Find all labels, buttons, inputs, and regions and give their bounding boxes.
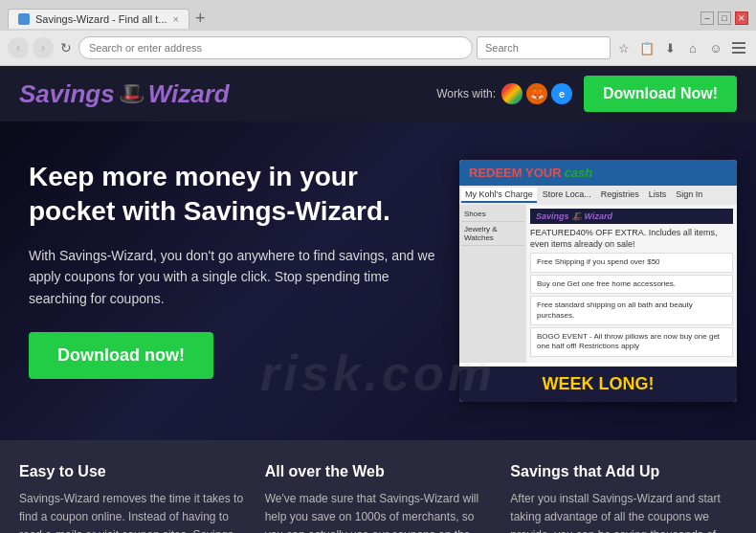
- minimize-button[interactable]: –: [700, 11, 714, 25]
- savings-logo-small: Savings 🎩 Wizard: [530, 209, 733, 224]
- search-bar[interactable]: [477, 36, 611, 59]
- hero-text: Keep more money in your pocket with Savi…: [29, 160, 440, 379]
- home-icon[interactable]: ⌂: [683, 38, 702, 57]
- logo: Savings 🎩 Wizard: [19, 79, 230, 109]
- refresh-button[interactable]: ↻: [57, 39, 75, 56]
- feature-desc-2: After you install Savings-Wizard and sta…: [510, 490, 737, 533]
- chrome-icon: [501, 83, 523, 104]
- browser-tab[interactable]: Savings-Wizard - Find all t... ×: [8, 9, 189, 29]
- download-icon: ⬇: [660, 38, 679, 57]
- menu-button[interactable]: [729, 38, 748, 57]
- feature-title-1: All over the Web: [265, 463, 492, 480]
- star-icon[interactable]: ☆: [614, 38, 634, 57]
- new-tab-button[interactable]: +: [189, 9, 211, 29]
- reading-icon[interactable]: 📋: [637, 38, 656, 57]
- redeem-text: REDEEM YOUR: [469, 166, 562, 180]
- title-bar: Savings-Wizard - Find all t... × + – □ ✕: [0, 0, 756, 31]
- featured-text: FEATURED40% OFF EXTRA. Includes all item…: [530, 228, 733, 250]
- logo-savings-text: Savings: [19, 79, 115, 109]
- offer-item-1: Free Shipping if you spend over $50: [530, 253, 733, 272]
- nav-bar: ‹ › ↻ ☆ 📋 ⬇ ⌂ ☺: [0, 31, 756, 65]
- cash-text: cash: [565, 166, 593, 180]
- feature-title-2: Savings that Add Up: [510, 463, 737, 480]
- hero-section: Keep more money in your pocket with Savi…: [0, 122, 756, 440]
- offer-item-3: Free standard shipping on all bath and b…: [530, 296, 733, 325]
- offer-item-4: BOGO EVENT - All throw pillows are now b…: [530, 327, 733, 357]
- address-bar[interactable]: [78, 36, 473, 59]
- header-download-button[interactable]: Download Now!: [584, 76, 737, 112]
- hero-image: REDEEM YOUR cash My Kohl's Charge Store …: [459, 160, 737, 402]
- tab-close-btn[interactable]: ×: [173, 13, 179, 25]
- logo-icon: 🎩: [119, 81, 145, 106]
- header-right: Works with: 🦊 e Download Now!: [436, 76, 737, 112]
- maximize-button[interactable]: □: [718, 11, 731, 25]
- features-section: Easy to Use Savings-Wizard removes the t…: [0, 440, 756, 533]
- logo-wizard-text: Wizard: [148, 79, 230, 109]
- feature-savings-add-up: Savings that Add Up After you install Sa…: [510, 463, 737, 533]
- back-button[interactable]: ‹: [8, 37, 29, 58]
- feature-desc-0: Savings-Wizard removes the time it takes…: [19, 490, 246, 533]
- hero-description: With Savings-Wizard, you don't go anywhe…: [29, 245, 440, 309]
- hero-download-button[interactable]: Download now!: [29, 332, 213, 379]
- feature-all-over-web: All over the Web We've made sure that Sa…: [265, 463, 492, 533]
- close-button[interactable]: ✕: [735, 11, 748, 25]
- site-header: Savings 🎩 Wizard Works with: 🦊 e Downloa…: [0, 66, 756, 122]
- tab-favicon: [18, 13, 30, 25]
- feature-easy-to-use: Easy to Use Savings-Wizard removes the t…: [19, 463, 246, 533]
- browser-chrome: Savings-Wizard - Find all t... × + – □ ✕…: [0, 0, 756, 66]
- hero-title: Keep more money in your pocket with Savi…: [29, 160, 440, 230]
- nav-icons: ☆ 📋 ⬇ ⌂ ☺: [614, 38, 748, 57]
- window-controls: – □ ✕: [700, 11, 748, 25]
- offer-item-2: Buy one Get one free home accessories.: [530, 275, 733, 294]
- browser-icons: 🦊 e: [501, 83, 572, 104]
- hero-img-header: REDEEM YOUR cash: [459, 160, 737, 186]
- week-long-banner: WEEK LONG!: [459, 366, 737, 402]
- firefox-icon: 🦊: [526, 83, 547, 104]
- feature-desc-1: We've made sure that Savings-Wizard will…: [265, 490, 492, 533]
- page-content: Savings 🎩 Wizard Works with: 🦊 e Downloa…: [0, 66, 756, 533]
- works-with-label: Works with: 🦊 e: [436, 83, 572, 104]
- forward-button[interactable]: ›: [33, 37, 54, 58]
- profile-icon[interactable]: ☺: [706, 38, 725, 57]
- ie-icon: e: [551, 83, 572, 104]
- tab-title: Savings-Wizard - Find all t...: [35, 13, 167, 25]
- feature-title-0: Easy to Use: [19, 463, 246, 480]
